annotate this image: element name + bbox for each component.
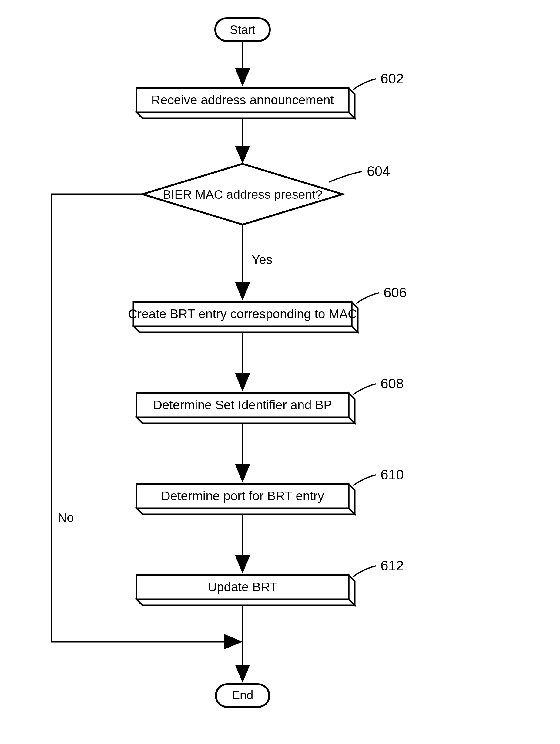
step-determine-set-label: Determine Set Identifier and BP <box>153 398 332 412</box>
svg-marker-13 <box>136 508 355 514</box>
decision-bier-mac: BIER MAC address present? <box>143 164 343 225</box>
ref-604: 604 <box>367 163 390 179</box>
ref-line <box>353 475 376 485</box>
step-update-label: Update BRT <box>208 580 277 594</box>
end-terminal: End <box>216 684 269 707</box>
start-label: Start <box>230 23 255 36</box>
ref-608: 608 <box>381 376 404 392</box>
ref-line <box>353 566 376 576</box>
step-create-label: Create BRT entry corresponding to MAC <box>128 307 357 321</box>
end-label: End <box>232 689 253 702</box>
step-receive: Receive address announcement <box>136 88 355 118</box>
svg-marker-16 <box>136 599 355 605</box>
svg-marker-3 <box>136 112 355 118</box>
step-determine-set: Determine Set Identifier and BP <box>136 393 355 423</box>
ref-line <box>353 384 376 395</box>
step-create: Create BRT entry corresponding to MAC <box>128 302 358 332</box>
ref-line <box>353 79 376 89</box>
step-update: Update BRT <box>136 575 355 605</box>
svg-marker-10 <box>136 417 355 423</box>
no-label: No <box>57 510 74 525</box>
yes-label: Yes <box>252 253 273 267</box>
ref-612: 612 <box>381 558 404 573</box>
ref-610: 610 <box>381 467 404 482</box>
step-determine-port: Determine port for BRT entry <box>136 484 355 514</box>
ref-602: 602 <box>381 71 404 86</box>
ref-line <box>329 172 362 182</box>
svg-marker-7 <box>133 326 358 332</box>
ref-line <box>356 293 379 303</box>
decision-label: BIER MAC address present? <box>163 188 322 201</box>
ref-606: 606 <box>384 285 407 300</box>
step-determine-port-label: Determine port for BRT entry <box>161 489 324 503</box>
step-receive-label: Receive address announcement <box>151 93 334 107</box>
flowchart-diagram: Start Receive address announcement 602 B… <box>0 0 560 744</box>
start-terminal: Start <box>215 18 270 41</box>
